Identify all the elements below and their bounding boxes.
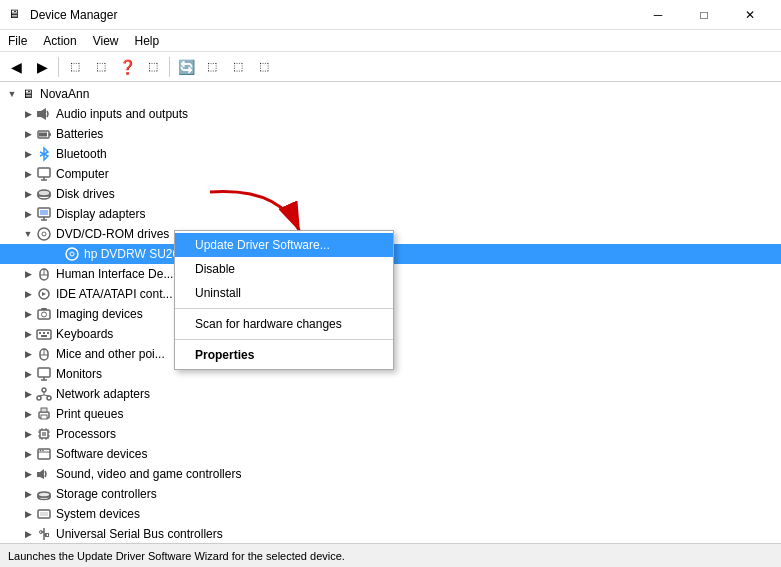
print-expand: ▶ <box>20 406 36 422</box>
dvd-expand: ▼ <box>20 226 36 242</box>
batteries-label: Batteries <box>56 127 103 141</box>
help-button[interactable]: ❓ <box>115 55 139 79</box>
system-expand: ▶ <box>20 506 36 522</box>
processors-icon <box>36 426 52 442</box>
ctx-update-driver[interactable]: Update Driver Software... <box>175 233 393 257</box>
computer-icon2 <box>36 166 52 182</box>
tree-item-display[interactable]: ▶ Display adapters <box>0 204 781 224</box>
svg-rect-47 <box>42 432 46 436</box>
tree-item-computer[interactable]: ▶ Computer <box>0 164 781 184</box>
keyboards-label: Keyboards <box>56 327 113 341</box>
root-label: NovaAnn <box>40 87 89 101</box>
print-icon <box>36 406 52 422</box>
tree-item-usb[interactable]: ▶ Universal Serial Bus controllers <box>0 524 781 543</box>
storage-expand: ▶ <box>20 486 36 502</box>
sound-label: Sound, video and game controllers <box>56 467 241 481</box>
software-expand: ▶ <box>20 446 36 462</box>
toolbar-btn-3[interactable]: ⬚ <box>63 55 87 79</box>
maximize-button[interactable]: □ <box>681 0 727 30</box>
svg-point-39 <box>47 396 51 400</box>
context-menu: Update Driver Software... Disable Uninst… <box>174 230 394 370</box>
svg-point-10 <box>38 190 50 196</box>
storage-icon <box>36 486 52 502</box>
tree-item-batteries[interactable]: ▶ Batteries <box>0 124 781 144</box>
menu-action[interactable]: Action <box>35 30 84 52</box>
processors-expand: ▶ <box>20 426 36 442</box>
main-content: ▼ 🖥 NovaAnn ▶ Audio inputs and outputs ▶… <box>0 82 781 543</box>
title-bar: 🖥 Device Manager ─ □ ✕ <box>0 0 781 30</box>
processors-label: Processors <box>56 427 116 441</box>
svg-rect-28 <box>43 332 45 334</box>
svg-rect-34 <box>38 368 50 377</box>
network-expand: ▶ <box>20 386 36 402</box>
keyboards-expand: ▶ <box>20 326 36 342</box>
svg-rect-26 <box>37 330 51 339</box>
mice-label: Mice and other poi... <box>56 347 165 361</box>
svg-rect-29 <box>47 332 49 334</box>
svg-point-37 <box>42 388 46 392</box>
minimize-button[interactable]: ─ <box>635 0 681 30</box>
mice-icon <box>36 346 52 362</box>
svg-point-58 <box>40 450 42 452</box>
monitors-label: Monitors <box>56 367 102 381</box>
svg-point-59 <box>42 450 44 452</box>
tree-root[interactable]: ▼ 🖥 NovaAnn <box>0 84 781 104</box>
svg-point-16 <box>42 232 46 236</box>
tree-item-sound[interactable]: ▶ Sound, video and game controllers <box>0 464 781 484</box>
tree-item-audio[interactable]: ▶ Audio inputs and outputs <box>0 104 781 124</box>
ctx-uninstall[interactable]: Uninstall <box>175 281 393 305</box>
tree-item-storage[interactable]: ▶ Storage controllers <box>0 484 781 504</box>
hid-expand: ▶ <box>20 266 36 282</box>
computer-expand: ▶ <box>20 166 36 182</box>
svg-rect-23 <box>38 310 50 319</box>
imaging-icon <box>36 306 52 322</box>
status-text: Launches the Update Driver Software Wiza… <box>8 550 345 562</box>
display-icon <box>36 206 52 222</box>
svg-rect-66 <box>40 512 48 516</box>
imaging-label: Imaging devices <box>56 307 143 321</box>
disk-label: Disk drives <box>56 187 115 201</box>
bluetooth-expand: ▶ <box>20 146 36 162</box>
hid-icon <box>36 266 52 282</box>
tree-item-network[interactable]: ▶ Network adapters <box>0 384 781 404</box>
monitors-icon <box>36 366 52 382</box>
forward-button[interactable]: ▶ <box>30 55 54 79</box>
software-label: Software devices <box>56 447 147 461</box>
monitors-expand: ▶ <box>20 366 36 382</box>
menu-view[interactable]: View <box>85 30 127 52</box>
tree-item-software[interactable]: ▶ Software devices <box>0 444 781 464</box>
svg-point-38 <box>37 396 41 400</box>
hpdvdrw-expand <box>48 246 64 262</box>
back-button[interactable]: ◀ <box>4 55 28 79</box>
status-bar: Launches the Update Driver Software Wiza… <box>0 543 781 567</box>
menu-bar: File Action View Help <box>0 30 781 52</box>
refresh-button[interactable]: 🔄 <box>174 55 198 79</box>
toolbar-btn-10[interactable]: ⬚ <box>252 55 276 79</box>
close-button[interactable]: ✕ <box>727 0 773 30</box>
window-title: Device Manager <box>30 8 117 22</box>
ctx-properties[interactable]: Properties <box>175 343 393 367</box>
tree-item-print[interactable]: ▶ Print queues <box>0 404 781 424</box>
ctx-scan-hardware[interactable]: Scan for hardware changes <box>175 312 393 336</box>
ctx-disable[interactable]: Disable <box>175 257 393 281</box>
dvd-icon <box>36 226 52 242</box>
root-expand-icon: ▼ <box>4 86 20 102</box>
toolbar-btn-6[interactable]: ⬚ <box>141 55 165 79</box>
tree-item-bluetooth[interactable]: ▶ Bluetooth <box>0 144 781 164</box>
toolbar-btn-9[interactable]: ⬚ <box>226 55 250 79</box>
svg-rect-14 <box>40 210 48 215</box>
tree-item-system[interactable]: ▶ System devices <box>0 504 781 524</box>
tree-item-processors[interactable]: ▶ Processors <box>0 424 781 444</box>
menu-file[interactable]: File <box>0 30 35 52</box>
toolbar-btn-4[interactable]: ⬚ <box>89 55 113 79</box>
svg-rect-60 <box>37 472 40 477</box>
ctx-sep-2 <box>175 339 393 340</box>
title-bar-controls: ─ □ ✕ <box>635 0 773 30</box>
display-label: Display adapters <box>56 207 145 221</box>
ide-icon <box>36 286 52 302</box>
menu-help[interactable]: Help <box>127 30 168 52</box>
hpdvdrw-icon <box>64 246 80 262</box>
toolbar-btn-8[interactable]: ⬚ <box>200 55 224 79</box>
tree-item-disk[interactable]: ▶ Disk drives <box>0 184 781 204</box>
toolbar-separator-2 <box>169 57 170 77</box>
